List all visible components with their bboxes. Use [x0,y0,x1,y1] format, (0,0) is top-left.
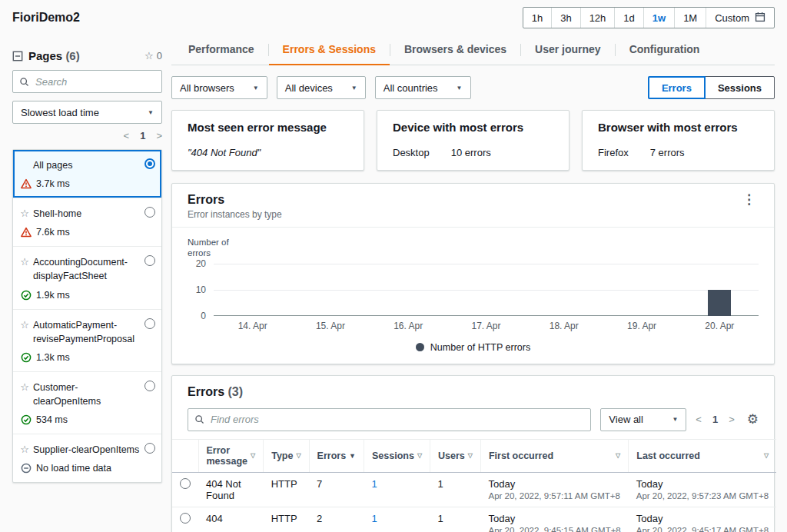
last-occurred-time: Apr 20, 2022, 9:45:17 AM GMT+8 [636,526,769,532]
page-radio[interactable] [144,255,155,266]
column-header-first-occurred[interactable]: First occurred▽ [480,439,628,472]
cell-users: 1 [430,507,481,532]
column-header-sessions[interactable]: Sessions▽ [364,439,430,472]
page-radio[interactable] [144,443,155,454]
filter-select-all-countries[interactable]: All countries▼ [375,76,471,99]
page-item-all-pages[interactable]: All pages3.7k ms [13,150,161,198]
time-range-1w[interactable]: 1w [643,8,674,28]
sort-down-icon[interactable]: ▽ [764,452,769,459]
time-range-3h[interactable]: 3h [551,8,579,28]
find-errors-input[interactable] [209,413,584,426]
pages-title: Pages (6) [28,49,139,62]
page-item-metric: 7.6k ms [19,227,155,238]
sort-active-icon[interactable]: ▼ [349,452,356,460]
column-label: First occurred [489,451,553,461]
toggle-errors[interactable]: Errors [648,76,706,99]
sort-down-icon[interactable]: ▽ [616,452,620,459]
sort-down-icon[interactable]: ▽ [417,452,422,459]
time-range-custom[interactable]: Custom [706,8,774,28]
column-header-inner: Last occurred▽ [636,451,769,461]
x-tick-label: 17. Apr [447,321,525,331]
collapse-icon[interactable] [12,51,23,62]
column-header-last-occurred[interactable]: Last occurred▽ [629,439,776,472]
prev-page-button[interactable]: < [696,414,702,425]
x-tick-label: 20. Apr [681,321,759,331]
legend-label: Number of HTTP errors [430,342,530,353]
sessions-link[interactable]: 1 [372,513,377,524]
column-header-type[interactable]: Type▽ [264,439,309,472]
cell-error-message: 404 [198,507,264,532]
time-range-1m[interactable]: 1M [674,8,706,28]
sessions-link[interactable]: 1 [372,478,377,490]
next-page-button[interactable]: > [729,414,735,425]
chart-legend[interactable]: Number of HTTP errors [188,342,759,353]
cell-sessions: 1 [364,507,430,532]
pages-sort-select[interactable]: Slowest load time ▼ [12,101,162,124]
tab-configuration[interactable]: Configuration [616,35,714,65]
column-header-errors[interactable]: Errors▼ [309,439,364,472]
time-range-1h[interactable]: 1h [523,8,551,28]
sort-down-icon[interactable]: ▽ [468,452,473,459]
cell-errors: 7 [309,472,364,507]
sort-down-icon[interactable]: ▽ [251,452,255,459]
current-page-number[interactable]: 1 [140,130,145,141]
page-item-accountingdocument-displayfactsheet[interactable]: ☆AccountingDocument-displayFactSheet1.9k… [13,247,161,309]
bar-slot [603,264,680,316]
card-title: Most seen error message [188,121,348,134]
starred-filter[interactable]: ☆ 0 [144,50,162,62]
calendar-icon [755,12,765,25]
column-header-inner: First occurred▽ [489,451,620,461]
tab-user-journey[interactable]: User journey [521,35,615,65]
page-item-supplier-clearopenitems[interactable]: ☆Supplier-clearOpenItemsNo load time dat… [13,434,161,482]
star-icon[interactable]: ☆ [19,443,30,457]
pages-search-input[interactable] [34,75,155,88]
current-page-number[interactable]: 1 [712,414,718,425]
next-page-button[interactable]: > [156,130,162,141]
toggle-sessions[interactable]: Sessions [705,76,775,99]
cell-type: HTTP [264,472,309,507]
time-range-1d[interactable]: 1d [614,8,643,28]
pages-search-box [12,70,162,93]
star-icon[interactable]: ☆ [19,318,30,332]
errors-table-panel: Errors (3) View all ▼ < [171,375,775,532]
page-item-label: Shell-home [33,207,141,221]
page-item-label: AutomaticPayment-revisePaymentProposal [33,318,141,346]
card-body: Firefox7 errors [598,147,759,158]
star-icon[interactable]: ☆ [19,255,30,269]
tab-errors-sessions[interactable]: Errors & Sessions [269,35,390,65]
page-item-metric: 3.7k ms [19,178,155,189]
filter-select-all-devices[interactable]: All devices▼ [277,76,366,99]
gear-icon[interactable]: ⚙ [747,413,759,426]
page-item-label: Customer-clearOpenItems [33,381,141,408]
page-radio[interactable] [144,381,155,391]
star-icon[interactable]: ☆ [19,207,30,221]
search-icon [194,414,204,424]
page-radio[interactable] [144,318,155,329]
tab-browsers-devices[interactable]: Browsers & devices [390,35,520,65]
page-radio[interactable] [144,207,155,218]
column-label: Sessions [372,451,414,461]
row-radio[interactable] [180,513,191,524]
prev-page-button[interactable]: < [124,130,130,141]
column-label: Error message [207,445,248,467]
time-range-12h[interactable]: 12h [580,8,615,28]
star-icon[interactable]: ☆ [19,381,30,394]
last-occurred-day: Today [636,478,769,490]
tab-performance[interactable]: Performance [174,35,268,65]
load-time-value: 534 ms [36,414,68,425]
column-header-users[interactable]: Users▽ [430,439,481,472]
page-radio[interactable] [144,158,155,169]
kebab-menu-icon[interactable]: ⋮ [739,193,759,206]
row-radio[interactable] [180,478,191,489]
success-icon [21,290,32,301]
page-item-customer-clearopenitems[interactable]: ☆Customer-clearOpenItems534 ms [13,372,161,434]
bar-20-apr[interactable] [708,290,731,316]
column-header-error-message[interactable]: Error message▽ [198,439,264,472]
filter-select-all-browsers[interactable]: All browsers▼ [171,76,267,99]
bar-slot [370,264,447,316]
page-item-automaticpayment-revisepaymentproposal[interactable]: ☆AutomaticPayment-revisePaymentProposal1… [13,310,161,372]
sort-down-icon[interactable]: ▽ [296,452,301,459]
custom-range-label: Custom [715,12,749,24]
view-filter-select[interactable]: View all ▼ [600,408,686,431]
page-item-shell-home[interactable]: ☆Shell-home7.6k ms [13,198,161,247]
